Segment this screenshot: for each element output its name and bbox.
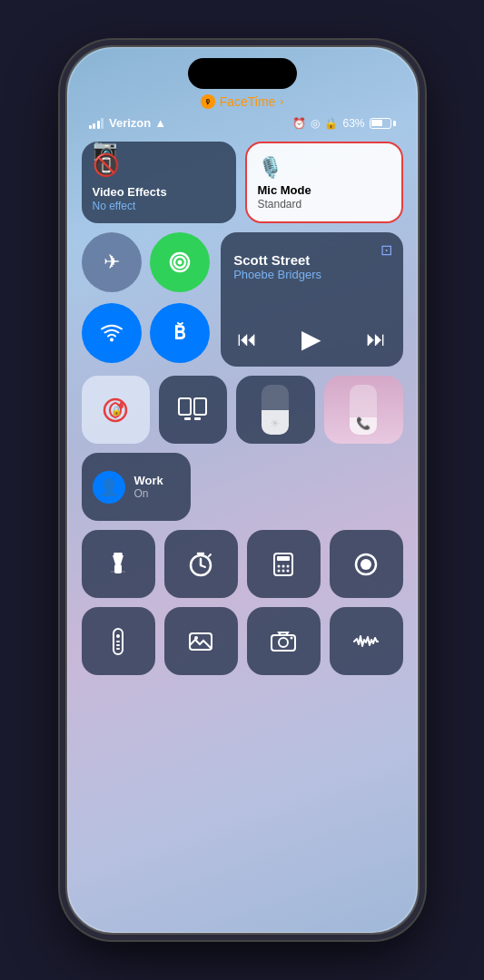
calculator-tile[interactable]	[247, 530, 321, 598]
mic-mode-icon: 🎙️	[258, 156, 390, 180]
wifi-button[interactable]	[82, 303, 142, 363]
rewind-button[interactable]: ⏮	[237, 328, 257, 351]
facetime-label: FaceTime	[220, 94, 276, 109]
play-button[interactable]: ▶	[301, 324, 321, 354]
work-icon: 👤	[93, 471, 125, 504]
mic-mode-tile[interactable]: 🎙️ Mic Mode Standard	[245, 142, 403, 223]
video-effects-icon: 📷📵	[93, 138, 225, 162]
svg-rect-8	[184, 417, 191, 420]
row-6-tiles	[82, 607, 403, 675]
camera-tile[interactable]	[247, 607, 321, 675]
svg-rect-33	[116, 648, 120, 650]
brightness-track: ☀	[262, 385, 289, 435]
row-2: ✈ B̆	[82, 232, 403, 367]
media-player[interactable]: ⊡ Scott Street Phoebe Bridgers ⏮ ▶ ⏭	[221, 232, 402, 367]
work-label: Work	[134, 474, 163, 487]
mic-mode-label: Mic Mode	[258, 183, 390, 198]
facetime-chevron: ›	[280, 95, 283, 108]
work-sublabel: On	[134, 487, 163, 500]
phone-icon: 📞	[356, 416, 370, 430]
svg-point-23	[287, 564, 290, 567]
work-focus-tile[interactable]: 👤 Work On	[82, 453, 191, 521]
svg-point-35	[194, 636, 198, 640]
control-center: 📷📵 Video Effects No effect 🎙️ Mic Mode S…	[82, 142, 403, 878]
battery-percent: 63%	[342, 117, 364, 130]
timer-tile[interactable]	[164, 530, 238, 598]
svg-point-3	[110, 338, 114, 342]
volume-slider[interactable]: 📞	[324, 376, 403, 444]
flashlight-tile[interactable]	[82, 530, 155, 598]
status-right: ⏰ ◎ 🔒 63%	[292, 117, 395, 130]
volume-track: 📞	[350, 385, 377, 435]
battery-fill	[371, 120, 382, 126]
svg-point-21	[278, 564, 281, 567]
svg-point-38	[291, 636, 293, 639]
row-3: 🔒 ☀	[82, 376, 403, 444]
signal-bar-4	[101, 118, 104, 129]
media-artist: Phoebe Bridgers	[233, 268, 390, 281]
svg-point-22	[282, 564, 285, 567]
svg-point-28	[361, 559, 371, 570]
screen-record-tile[interactable]	[330, 530, 403, 598]
wifi-icon: ▲	[154, 116, 166, 130]
row-4: 👤 Work On	[82, 453, 403, 521]
mic-mode-sublabel: Standard	[258, 198, 390, 211]
connectivity-grid: ✈ B̆	[82, 232, 212, 367]
dynamic-island	[188, 58, 297, 89]
video-effects-label: Video Effects	[93, 185, 225, 200]
svg-point-30	[116, 634, 120, 638]
media-info: Scott Street Phoebe Bridgers	[233, 252, 390, 281]
facetime-dot: 🎙	[201, 94, 215, 109]
signal-bars	[89, 118, 104, 129]
svg-rect-31	[116, 641, 120, 642]
row-top-tiles: 📷📵 Video Effects No effect 🎙️ Mic Mode S…	[82, 142, 403, 223]
orientation-lock-tile[interactable]: 🔒	[82, 376, 150, 444]
cellular-button[interactable]	[150, 232, 210, 292]
remote-tile[interactable]	[82, 607, 155, 675]
signal-bar-3	[97, 121, 100, 129]
svg-rect-32	[116, 644, 120, 646]
airplay-icon: ⊡	[380, 241, 392, 259]
svg-rect-9	[194, 417, 201, 420]
brightness-icon: ☀	[270, 416, 281, 430]
svg-text:🔒: 🔒	[111, 405, 123, 416]
svg-point-24	[278, 569, 281, 572]
status-bar: Verizon ▲ ⏰ ◎ 🔒 63%	[67, 116, 418, 130]
svg-rect-12	[114, 553, 123, 555]
battery-cap	[393, 121, 396, 126]
svg-rect-7	[194, 398, 206, 415]
video-effects-sublabel: No effect	[93, 200, 225, 212]
screen-mirror-tile[interactable]	[159, 376, 227, 444]
lock-icon: 🔒	[324, 117, 338, 130]
status-left: Verizon ▲	[89, 116, 167, 130]
photos-tile[interactable]	[164, 607, 238, 675]
svg-point-2	[178, 260, 183, 265]
svg-rect-6	[179, 398, 191, 415]
airplane-mode-button[interactable]: ✈	[82, 232, 142, 292]
alarm-icon: ⏰	[292, 117, 306, 130]
signal-bar-1	[89, 125, 92, 129]
facetime-bar[interactable]: 🎙 FaceTime ›	[201, 94, 284, 109]
svg-marker-11	[113, 555, 123, 564]
voice-memo-tile[interactable]	[330, 607, 403, 675]
svg-point-26	[287, 569, 290, 572]
bluetooth-button[interactable]: B̆	[150, 303, 210, 363]
fast-forward-button[interactable]: ⏭	[366, 328, 386, 351]
battery-icon	[370, 118, 396, 129]
battery-body	[370, 118, 391, 129]
brightness-slider[interactable]: ☀	[236, 376, 315, 444]
svg-rect-20	[277, 556, 290, 561]
signal-bar-2	[93, 123, 95, 129]
row-5-tiles	[82, 530, 403, 598]
media-title: Scott Street	[233, 252, 390, 268]
location-icon: ◎	[311, 117, 320, 130]
svg-point-37	[279, 638, 288, 647]
video-effects-tile[interactable]: 📷📵 Video Effects No effect	[82, 142, 236, 223]
phone-frame: 🎙 FaceTime › Verizon ▲ ⏰ ◎ 🔒 63%	[65, 45, 420, 935]
svg-point-25	[282, 569, 285, 572]
svg-line-18	[209, 554, 211, 556]
work-text: Work On	[134, 474, 163, 500]
svg-line-16	[201, 565, 205, 567]
carrier-name: Verizon	[109, 116, 151, 130]
media-controls: ⏮ ▶ ⏭	[233, 324, 390, 354]
